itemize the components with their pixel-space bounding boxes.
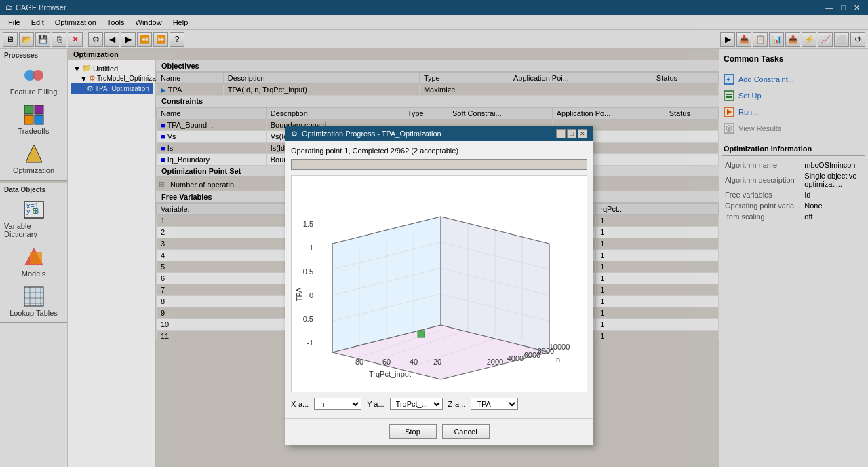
modal-icon: ⚙ [291, 130, 298, 138]
y-axis-label: Y-a... [367, 400, 384, 408]
svg-text:n: n [556, 356, 560, 364]
plot-area: TPA 1.5 1 0.5 0 -0.5 -1 [291, 175, 587, 392]
modal-minimize-btn[interactable]: — [556, 129, 566, 138]
svg-text:0.5: 0.5 [303, 267, 313, 276]
modal-title-controls[interactable]: — □ ✕ [556, 129, 587, 138]
modal-close-btn[interactable]: ✕ [578, 129, 587, 138]
modal-maximize-btn[interactable]: □ [567, 129, 576, 138]
svg-text:40: 40 [410, 358, 418, 366]
3d-plot-svg: TPA 1.5 1 0.5 0 -0.5 -1 [292, 176, 587, 392]
svg-text:-0.5: -0.5 [300, 315, 313, 323]
z-axis-select[interactable]: TPA [471, 398, 518, 410]
modal-title-area: ⚙ Optimization Progress - TPA_Optimizati… [291, 130, 441, 138]
svg-text:-1: -1 [307, 339, 313, 347]
y-axis-select[interactable]: TrqPct_... [390, 398, 443, 410]
svg-text:4000: 4000 [507, 354, 524, 362]
svg-text:1: 1 [309, 244, 313, 252]
progress-bar-fill [292, 160, 292, 169]
z-axis-label: Z-a... [448, 400, 466, 408]
modal-titlebar: ⚙ Optimization Progress - TPA_Optimizati… [285, 126, 593, 141]
optimization-progress-modal: ⚙ Optimization Progress - TPA_Optimizati… [285, 126, 593, 445]
modal-overlay: ⚙ Optimization Progress - TPA_Optimizati… [0, 0, 868, 467]
cancel-button[interactable]: Cancel [442, 424, 490, 439]
svg-text:TrqPct_input: TrqPct_input [369, 370, 411, 378]
x-axis-label: X-a... [291, 400, 309, 408]
modal-buttons: Stop Cancel [285, 418, 593, 445]
svg-text:20: 20 [433, 358, 441, 366]
progress-bar-container [291, 159, 587, 170]
axis-selectors: X-a... n Y-a... TrqPct_... Z-a... TPA [291, 395, 587, 413]
svg-text:10000: 10000 [549, 343, 570, 351]
svg-text:0: 0 [309, 291, 313, 299]
modal-title: Optimization Progress - TPA_Optimization [302, 130, 441, 138]
x-axis-select[interactable]: n [314, 398, 361, 410]
stop-button[interactable]: Stop [389, 424, 437, 439]
svg-rect-67 [418, 331, 425, 337]
svg-text:1.5: 1.5 [303, 220, 313, 228]
progress-status-text: Operating point 1, Completed 2/962 (2 ac… [291, 147, 587, 155]
modal-content: Operating point 1, Completed 2/962 (2 ac… [285, 141, 593, 418]
svg-text:TPA: TPA [295, 287, 303, 301]
svg-text:60: 60 [382, 358, 391, 366]
